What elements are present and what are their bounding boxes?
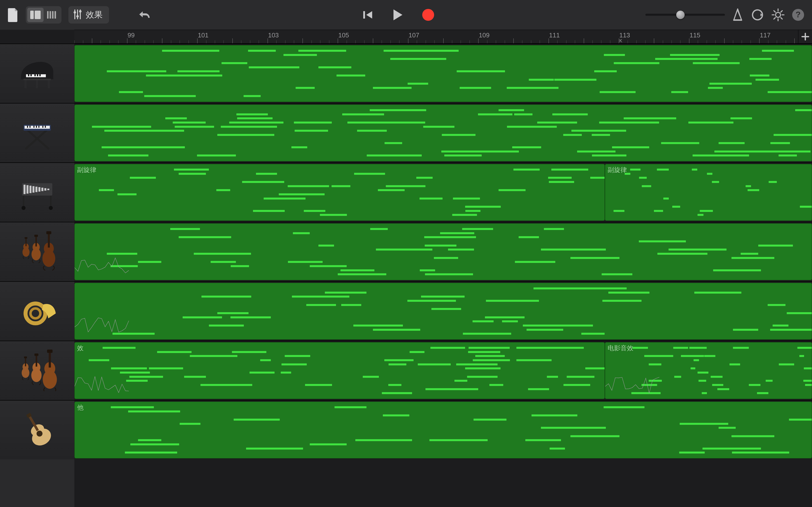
ruler-label: 113 [619,32,630,39]
track-header-strings[interactable] [0,222,74,281]
svg-rect-56 [36,187,38,192]
ruler-label: 111 [549,32,560,39]
timeline[interactable]: 副旋律副旋律效电影音效他 [74,44,812,507]
effects-label: 效果 [86,9,103,20]
ruler-label: 99 [128,32,135,39]
synth-keyboard-icon [16,111,58,155]
ruler[interactable]: 99101103105107109111113115117K [74,30,812,44]
track-lane-keys[interactable] [74,103,812,162]
track-lane-vibes[interactable]: 副旋律副旋律 [74,162,812,222]
arrange-area: 副旋律副旋律效电影音效他 [0,44,812,507]
french-horn-icon [16,290,58,333]
track-header-horn[interactable] [0,281,74,341]
zoom-thumb[interactable] [676,11,684,19]
region[interactable]: 电影音效 [605,342,812,399]
svg-rect-54 [30,186,32,193]
track-lane-strings[interactable] [74,222,812,281]
ruler-label: 115 [690,32,700,39]
region[interactable] [74,223,812,280]
track-lane-horn[interactable] [74,281,812,341]
svg-rect-5 [54,11,56,18]
svg-rect-71 [36,236,37,246]
effects-button[interactable]: 效果 [68,6,109,23]
svg-rect-75 [48,233,50,247]
grand-piano-icon [16,52,58,95]
svg-rect-0 [30,11,34,19]
region-label: 副旋律 [608,166,627,174]
svg-rect-49 [42,126,43,128]
track-header-keys[interactable] [0,103,74,162]
track-lane-guitar[interactable]: 他 [74,400,812,459]
region[interactable] [74,105,812,161]
region[interactable]: 副旋律 [605,164,812,221]
region[interactable] [74,283,812,340]
ruler-label: 109 [479,32,489,39]
svg-rect-31 [24,80,27,88]
svg-rect-3 [50,11,51,18]
mixer-icon [73,9,82,21]
svg-point-78 [31,308,40,318]
region[interactable]: 效 [74,342,605,399]
play-button[interactable] [393,6,403,23]
editor-view-button[interactable] [44,8,60,22]
track-header-guitar[interactable] [0,400,74,459]
cello-section-icon [16,349,58,392]
zoom-slider[interactable] [646,11,725,18]
svg-point-9 [73,11,76,14]
svg-rect-48 [38,126,39,128]
svg-rect-15 [733,19,742,21]
svg-rect-46 [34,126,35,128]
svg-point-64 [49,206,53,210]
region[interactable] [74,45,812,102]
svg-line-25 [781,11,782,12]
tracks-view-button[interactable] [27,8,44,22]
svg-rect-67 [26,238,27,246]
new-project-button[interactable] [7,6,19,23]
svg-rect-32 [48,80,50,88]
svg-rect-85 [36,355,37,367]
rewind-button[interactable] [362,6,374,23]
svg-rect-86 [35,353,38,356]
loop-button[interactable] [751,6,764,23]
svg-point-77 [26,303,45,323]
svg-rect-53 [27,185,29,193]
svg-rect-12 [363,11,365,18]
track-lane-piano[interactable] [74,44,812,103]
svg-rect-89 [49,351,51,368]
track-headers [0,44,74,507]
svg-rect-52 [23,185,26,194]
svg-rect-68 [25,237,28,239]
region[interactable]: 副旋律 [74,164,605,221]
transport [362,6,435,23]
svg-rect-33 [36,80,38,88]
region-label: 副旋律 [77,166,96,174]
svg-text:?: ? [796,10,801,19]
svg-rect-45 [30,126,31,128]
undo-button[interactable] [138,6,151,23]
track-header-vibes[interactable] [0,162,74,222]
add-track-button[interactable] [798,30,812,43]
help-button[interactable]: ? [792,6,805,23]
track-header-cellos[interactable] [0,341,74,400]
svg-rect-57 [38,187,40,191]
region[interactable]: 他 [74,401,812,458]
svg-rect-81 [25,357,26,367]
svg-rect-55 [33,186,35,192]
svg-rect-2 [47,11,49,18]
svg-rect-76 [46,231,51,234]
svg-point-11 [79,10,82,13]
record-button[interactable] [422,6,435,23]
settings-button[interactable] [771,6,785,23]
toolbar: 效果 [0,0,812,30]
svg-rect-37 [35,74,36,76]
metronome-button[interactable] [732,6,744,23]
ruler-label: 107 [409,32,419,39]
vibraphone-icon [16,171,58,214]
svg-rect-44 [27,126,28,128]
ruler-label: 105 [338,32,349,39]
svg-rect-82 [24,356,27,358]
track-header-piano[interactable] [0,44,74,103]
region-label: 效 [77,344,84,352]
track-lane-cellos[interactable]: 效电影音效 [74,341,812,400]
svg-rect-4 [52,11,54,18]
